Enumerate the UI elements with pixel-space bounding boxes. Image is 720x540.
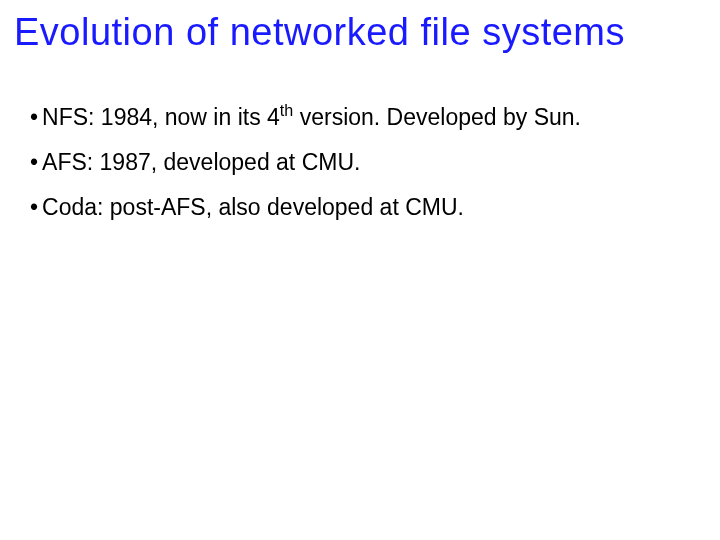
list-item: • Coda: post-AFS, also developed at CMU. <box>30 192 706 223</box>
bullet-text: NFS: 1984, now in its 4th version. Devel… <box>42 102 706 133</box>
bullet-icon: • <box>30 147 38 178</box>
bullet-icon: • <box>30 192 38 223</box>
text-fragment: version. Developed by Sun. <box>293 104 581 130</box>
bullet-icon: • <box>30 102 38 133</box>
list-item: • AFS: 1987, developed at CMU. <box>30 147 706 178</box>
bullet-text: AFS: 1987, developed at CMU. <box>42 147 706 178</box>
slide-title: Evolution of networked file systems <box>14 12 706 54</box>
text-fragment: NFS: 1984, now in its 4 <box>42 104 280 130</box>
superscript: th <box>280 101 293 119</box>
bullet-list: • NFS: 1984, now in its 4th version. Dev… <box>14 102 706 223</box>
bullet-text: Coda: post-AFS, also developed at CMU. <box>42 192 706 223</box>
slide: Evolution of networked file systems • NF… <box>0 0 720 540</box>
list-item: • NFS: 1984, now in its 4th version. Dev… <box>30 102 706 133</box>
